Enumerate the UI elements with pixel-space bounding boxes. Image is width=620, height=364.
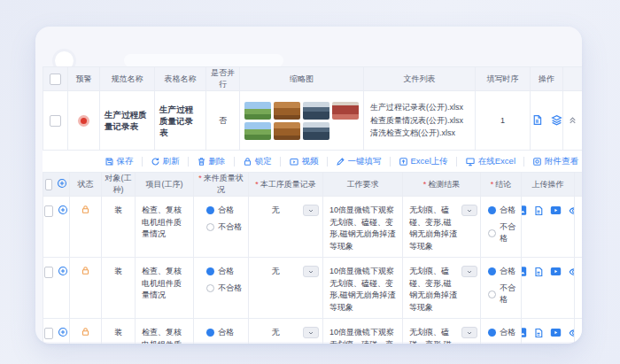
- image-icon[interactable]: [522, 266, 528, 279]
- select-all-checkbox[interactable]: [50, 74, 61, 85]
- add-row-icon[interactable]: [58, 327, 68, 339]
- column-header-status: 状态: [70, 173, 102, 197]
- column-header-fill-order: 填写时序: [476, 67, 531, 91]
- conclusion-radio-group: 合格 不合格: [482, 327, 520, 344]
- column-header-work-requirement: 工作要求: [323, 173, 403, 197]
- thumbnail-image[interactable]: [303, 102, 329, 120]
- refresh-icon: [151, 157, 160, 167]
- thumbnail-image[interactable]: [274, 122, 300, 140]
- column-header-file-list: 文件列表: [364, 67, 476, 91]
- column-header-spec-name: 规范名称: [100, 67, 155, 91]
- file-icon[interactable]: [533, 328, 544, 340]
- header-breadcrumb-area: [124, 54, 283, 67]
- radio-pass[interactable]: 合格: [206, 266, 247, 277]
- thumbnail-image[interactable]: [332, 102, 359, 120]
- attachment-view-button[interactable]: 附件查看: [532, 156, 578, 167]
- chevron-down-icon[interactable]: [303, 205, 319, 216]
- online-excel-button[interactable]: 在线Excel: [465, 156, 515, 167]
- thumbnail-image[interactable]: [244, 102, 271, 120]
- one-click-fill-button[interactable]: 一键填写: [336, 156, 382, 167]
- excel-upload-button[interactable]: Excel上传: [399, 156, 448, 167]
- video-icon[interactable]: [550, 205, 562, 218]
- alert-indicator: [78, 115, 89, 127]
- form-name: 生产过程质量记录表: [155, 91, 206, 151]
- video-icon: [289, 157, 299, 167]
- required-asterisk: *: [423, 180, 427, 189]
- lock-button[interactable]: 锁定: [243, 156, 272, 167]
- excel-upload-icon: [399, 157, 408, 167]
- chevron-down-icon[interactable]: [461, 205, 477, 216]
- radio-fail[interactable]: 不合格: [488, 221, 520, 244]
- radio-fail[interactable]: 不合格: [206, 221, 247, 233]
- chevron-down-icon[interactable]: [461, 266, 477, 277]
- eye-icon[interactable]: [568, 267, 575, 279]
- action-toolbar: 保存 刷新 删除 锁定 一键填写 视频: [43, 151, 582, 172]
- video-button[interactable]: 一键填写 视频: [289, 156, 319, 167]
- radio-pass[interactable]: 合格: [488, 205, 520, 216]
- column-header-alert: 预警: [68, 67, 100, 91]
- process-record-value: 无: [272, 328, 280, 337]
- video-icon[interactable]: [550, 327, 562, 340]
- add-row-icon[interactable]: [57, 178, 67, 190]
- thumbnail-image[interactable]: [274, 102, 300, 120]
- lock-status-icon: [81, 329, 90, 338]
- row-checkbox[interactable]: [44, 267, 53, 278]
- add-row-icon[interactable]: [58, 266, 68, 278]
- attachment-view-icon: [532, 157, 542, 167]
- image-icon[interactable]: [522, 327, 528, 340]
- object-value: 装: [102, 197, 136, 258]
- save-button[interactable]: 保存: [105, 156, 134, 167]
- layers-icon[interactable]: [551, 114, 562, 128]
- file-name: 清洗检查文档(公开).xlsx: [370, 127, 469, 140]
- row-checkbox[interactable]: [50, 115, 61, 127]
- add-row-icon[interactable]: [58, 205, 68, 217]
- lock-status-icon: [81, 268, 90, 277]
- test-result-value: 无划痕、磕碰、变形,磁钢无崩角掉渣等现象: [409, 205, 457, 251]
- pen-icon: [336, 157, 345, 167]
- column-header-form-name: 表格名称: [155, 67, 206, 91]
- delete-button[interactable]: 删除: [197, 156, 226, 167]
- eye-icon[interactable]: [568, 328, 575, 340]
- chevron-down-icon[interactable]: [303, 327, 319, 338]
- refresh-button[interactable]: 刷新: [151, 156, 180, 167]
- thumbnail-image[interactable]: [244, 122, 271, 140]
- content-panel: 预警 规范名称 表格名称 是否并行 缩略图 文件列表 填写时序 操作 生产过程质…: [43, 66, 582, 342]
- table-row: 装 检查、复核电机组件质量情况 合格 不合格 无 10倍显微镜下观察无划痕、磕碰…: [43, 258, 583, 319]
- radio-fail[interactable]: 不合格: [488, 283, 520, 306]
- thumbnail-image[interactable]: [303, 122, 329, 140]
- table-row: 装 检查、复核电机组件质量情况 合格 不合格 无 10倍显微镜下观察无划痕、磕碰…: [43, 319, 583, 345]
- save-icon: [105, 157, 114, 167]
- trash-icon: [197, 157, 206, 167]
- radio-fail[interactable]: 不合格: [206, 283, 247, 294]
- radio-pass[interactable]: 合格: [206, 205, 247, 216]
- radio-pass[interactable]: 合格: [488, 327, 520, 338]
- chevron-down-icon[interactable]: [461, 327, 477, 338]
- lock-icon: [243, 157, 252, 167]
- chevron-down-icon[interactable]: [303, 266, 319, 277]
- work-requirement-value: 10倍显微镜下观察无划痕、磕碰、变形,磁钢无崩角掉渣等现象: [323, 197, 403, 258]
- process-record-value: 无: [272, 205, 280, 214]
- select-all-checkbox[interactable]: [45, 179, 52, 190]
- file-icon[interactable]: [533, 205, 544, 218]
- row-checkbox[interactable]: [44, 328, 53, 339]
- radio-pass[interactable]: 合格: [206, 327, 247, 338]
- required-asterisk: *: [255, 180, 259, 189]
- video-icon[interactable]: [550, 266, 562, 279]
- work-requirement-value: 10倍显微镜下观察无划痕、磕碰、变形,磁钢无崩角掉渣等现象: [323, 319, 403, 345]
- project-value: 检查、复核电机组件质量情况: [136, 319, 194, 345]
- row-checkbox[interactable]: [44, 205, 53, 217]
- column-header-conclusion: *结论: [481, 173, 522, 197]
- column-header-test-result: *检测结果: [403, 173, 481, 197]
- column-header-process-record: *本工序质量记录: [249, 173, 323, 197]
- file-icon[interactable]: [533, 267, 544, 279]
- incoming-quality-radio-group: 合格 不合格: [195, 327, 247, 344]
- image-icon[interactable]: [522, 205, 528, 218]
- radio-pass[interactable]: 合格: [488, 266, 520, 277]
- object-value: 装: [102, 319, 136, 345]
- process-record-value: 无: [272, 267, 280, 275]
- double-chevron-up-icon[interactable]: [568, 118, 577, 127]
- column-header-incoming-quality: *来件质量状况: [194, 173, 249, 197]
- online-excel-icon: [465, 157, 476, 167]
- file-text-icon[interactable]: [531, 114, 543, 128]
- eye-icon[interactable]: [568, 205, 575, 218]
